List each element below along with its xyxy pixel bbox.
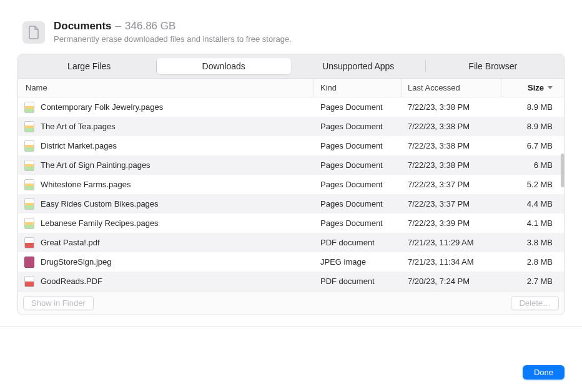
table-row[interactable]: Great Pasta!.pdfPDF document7/21/23, 11:…	[18, 233, 564, 252]
file-name: District Market.pages	[41, 141, 117, 150]
file-icon	[24, 179, 34, 190]
table-row[interactable]: Easy Rides Custom Bikes.pagesPages Docum…	[18, 194, 564, 213]
file-icon	[24, 198, 34, 210]
cell-accessed: 7/22/23, 3:37 PM	[402, 195, 501, 213]
file-icon	[24, 218, 34, 229]
cell-accessed: 7/21/23, 11:34 AM	[402, 253, 501, 271]
page-subtitle: Permanently erase downloaded files and i…	[54, 34, 292, 44]
delete-button[interactable]: Delete…	[511, 296, 559, 310]
cell-size: 6 MB	[501, 157, 564, 174]
cell-kind: Pages Document	[314, 215, 402, 232]
storage-size: 346.86 GB	[125, 20, 175, 32]
storage-documents-window: Documents – 346.86 GB Permanently erase …	[0, 0, 582, 392]
cell-kind: Pages Document	[314, 176, 402, 194]
table-row[interactable]: The Art of Sign Painting.pagesPages Docu…	[18, 155, 564, 175]
file-name: Whitestone Farms.pages	[41, 180, 131, 189]
cell-accessed: 7/22/23, 3:38 PM	[402, 118, 501, 135]
window-footer: Done	[0, 356, 582, 392]
table-row[interactable]: District Market.pagesPages Document7/22/…	[18, 136, 564, 155]
column-headers: Name Kind Last Accessed Size	[18, 79, 564, 97]
cell-kind: Pages Document	[314, 195, 402, 213]
cell-accessed: 7/20/23, 7:24 PM	[402, 273, 501, 290]
table-row[interactable]: DrugStoreSign.jpegJPEG image7/21/23, 11:…	[18, 252, 564, 272]
column-name[interactable]: Name	[18, 79, 314, 97]
file-name: Lebanese Family Recipes.pages	[41, 218, 159, 228]
table-row[interactable]: The Art of Tea.pagesPages Document7/22/2…	[18, 117, 564, 136]
table-row[interactable]: Lebanese Family Recipes.pagesPages Docum…	[18, 213, 564, 233]
file-icon	[24, 160, 34, 171]
file-name: Contemporary Folk Jewelry.pages	[41, 102, 163, 112]
cell-size: 8.9 MB	[501, 99, 564, 116]
column-size[interactable]: Size	[501, 79, 564, 97]
cell-kind: Pages Document	[314, 118, 402, 135]
file-name: DrugStoreSign.jpeg	[41, 257, 111, 267]
header: Documents – 346.86 GB Permanently erase …	[0, 0, 582, 54]
cell-accessed: 7/22/23, 3:38 PM	[402, 137, 501, 155]
done-button[interactable]: Done	[523, 365, 565, 380]
cell-name: Great Pasta!.pdf	[18, 233, 314, 252]
file-list: Contemporary Folk Jewelry.pagesPages Doc…	[18, 97, 564, 291]
cell-accessed: 7/22/23, 3:38 PM	[402, 99, 501, 116]
header-text: Documents – 346.86 GB Permanently erase …	[54, 20, 292, 44]
cell-kind: PDF document	[314, 234, 402, 252]
cell-name: District Market.pages	[18, 136, 314, 155]
tab-downloads[interactable]: Downloads	[157, 58, 292, 74]
file-icon	[24, 121, 34, 132]
cell-size: 2.8 MB	[501, 253, 564, 271]
file-icon	[24, 237, 34, 248]
cell-name: The Art of Tea.pages	[18, 117, 314, 136]
file-icon	[24, 140, 34, 152]
cell-size: 3.8 MB	[501, 234, 564, 252]
cell-accessed: 7/22/23, 3:39 PM	[402, 215, 501, 232]
cell-size: 2.7 MB	[501, 273, 564, 290]
file-name: GoodReads.PDF	[41, 277, 102, 286]
cell-size: 8.9 MB	[501, 118, 564, 135]
cell-kind: PDF document	[314, 273, 402, 290]
file-name: The Art of Sign Painting.pages	[41, 160, 150, 170]
cell-name: The Art of Sign Painting.pages	[18, 155, 314, 175]
title-dash: –	[116, 20, 121, 32]
document-icon	[22, 21, 45, 44]
cell-accessed: 7/21/23, 11:29 AM	[402, 234, 501, 252]
cell-size: 4.4 MB	[501, 195, 564, 213]
scrollbar[interactable]	[561, 154, 565, 187]
file-name: Easy Rides Custom Bikes.pages	[41, 199, 159, 208]
page-title: Documents	[54, 20, 112, 32]
file-icon	[24, 102, 34, 113]
file-icon	[24, 276, 34, 287]
column-kind[interactable]: Kind	[314, 79, 402, 97]
cell-kind: Pages Document	[314, 157, 402, 174]
cell-kind: Pages Document	[314, 137, 402, 155]
table-row[interactable]: Contemporary Folk Jewelry.pagesPages Doc…	[18, 97, 564, 117]
cell-size: 5.2 MB	[501, 176, 564, 194]
cell-kind: JPEG image	[314, 253, 402, 271]
panel-footer: Show in Finder Delete…	[18, 291, 564, 315]
tab-large-files[interactable]: Large Files	[22, 58, 157, 74]
table-row[interactable]: GoodReads.PDFPDF document7/20/23, 7:24 P…	[18, 272, 564, 291]
cell-name: Easy Rides Custom Bikes.pages	[18, 194, 314, 213]
cell-accessed: 7/22/23, 3:38 PM	[402, 157, 501, 174]
cell-size: 6.7 MB	[501, 137, 564, 155]
cell-size: 4.1 MB	[501, 215, 564, 232]
file-icon	[24, 257, 34, 268]
chevron-down-icon	[548, 86, 553, 89]
cell-name: GoodReads.PDF	[18, 272, 314, 291]
table-row[interactable]: Whitestone Farms.pagesPages Document7/22…	[18, 175, 564, 194]
cell-name: Lebanese Family Recipes.pages	[18, 213, 314, 233]
file-name: Great Pasta!.pdf	[41, 238, 100, 247]
category-tabs: Large Files Downloads Unsupported Apps F…	[18, 54, 564, 79]
divider	[0, 326, 582, 327]
cell-kind: Pages Document	[314, 99, 402, 116]
cell-name: DrugStoreSign.jpeg	[18, 252, 314, 272]
cell-name: Contemporary Folk Jewelry.pages	[18, 97, 314, 117]
tab-file-browser[interactable]: File Browser	[426, 58, 561, 74]
show-in-finder-button[interactable]: Show in Finder	[23, 296, 94, 310]
column-last-accessed[interactable]: Last Accessed	[402, 79, 501, 97]
file-name: The Art of Tea.pages	[41, 122, 116, 131]
file-panel: Large Files Downloads Unsupported Apps F…	[17, 54, 565, 315]
cell-name: Whitestone Farms.pages	[18, 175, 314, 194]
tab-unsupported-apps[interactable]: Unsupported Apps	[291, 58, 426, 74]
cell-accessed: 7/22/23, 3:37 PM	[402, 176, 501, 194]
